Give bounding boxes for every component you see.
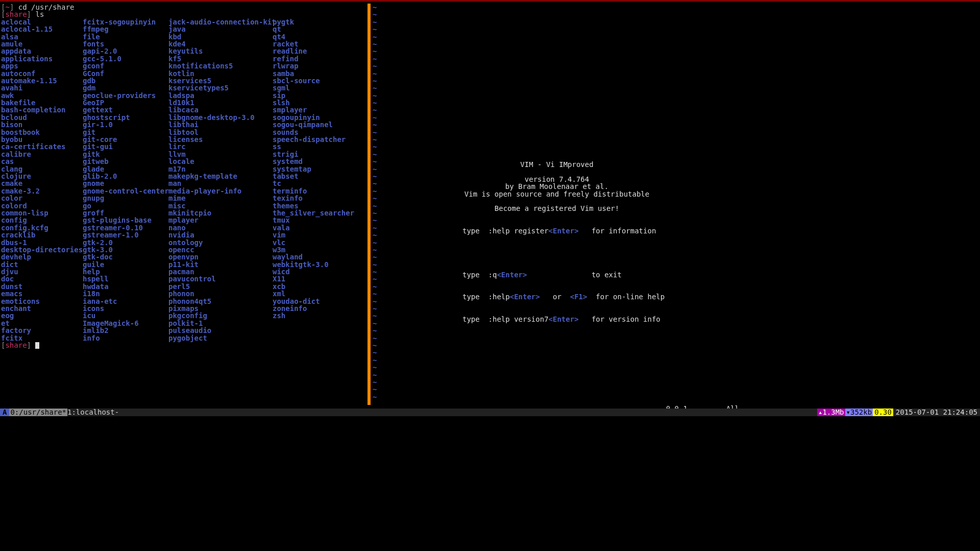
ls-entry: ontology bbox=[168, 239, 273, 246]
ls-entry: iana-etc bbox=[83, 298, 168, 305]
ls-row: avahigdmkservicetypes5sgml bbox=[1, 84, 368, 91]
ls-entry: info bbox=[83, 334, 168, 342]
ls-entry: fonts bbox=[83, 40, 168, 47]
ls-entry: vlc bbox=[273, 239, 359, 246]
ls-entry: youdao-dict bbox=[273, 298, 359, 305]
ls-entry: ladspa bbox=[168, 92, 273, 99]
ls-row: automake-1.15gdbkservices5sbcl-source bbox=[1, 77, 368, 84]
ls-entry: kotlin bbox=[168, 70, 273, 77]
ls-entry bbox=[273, 327, 359, 334]
ls-entry: keyutils bbox=[168, 47, 273, 55]
ls-entry: sbcl-source bbox=[273, 77, 359, 84]
ls-entry: guile bbox=[83, 261, 168, 268]
ls-entry: xcb bbox=[273, 283, 359, 290]
vim-tilde: ~ bbox=[373, 342, 377, 349]
ls-entry: qt4 bbox=[273, 33, 359, 40]
vim-register: Become a registered Vim user! bbox=[371, 205, 743, 212]
vim-tilde: ~ bbox=[373, 121, 377, 128]
ls-row: colorgnupgmimetexinfo bbox=[1, 195, 368, 202]
ls-entry: kservices5 bbox=[168, 77, 273, 84]
session-name[interactable]: A bbox=[0, 409, 9, 416]
vim-tilde: ~ bbox=[373, 40, 377, 47]
ls-entry: w3m bbox=[273, 246, 359, 253]
ls-entry: gir-1.0 bbox=[83, 121, 168, 128]
ls-entry: pygtk bbox=[273, 18, 359, 26]
ls-row: autoconfGConfkotlinsamba bbox=[1, 70, 368, 77]
ls-entry: pixmaps bbox=[168, 305, 273, 312]
ls-row: enchanticonspixmapszoneinfo bbox=[1, 305, 368, 312]
ls-entry: rlwrap bbox=[273, 62, 359, 69]
ls-entry: kf5 bbox=[168, 55, 273, 62]
ls-entry: gcc-5.1.0 bbox=[83, 55, 168, 62]
ls-entry: fcitx-sogoupinyin bbox=[83, 18, 168, 26]
tmux-statusbar[interactable]: A 0:/usr/share* 1:localhost- ▴1.3Mb ▾352… bbox=[0, 409, 980, 416]
ls-entry: texinfo bbox=[273, 195, 359, 202]
ls-entry: fcitx bbox=[1, 334, 83, 342]
prompt-line-3[interactable]: [share] bbox=[1, 342, 368, 349]
ls-entry: sgml bbox=[273, 84, 359, 91]
ls-row: ca-certificatesgit-guilircss bbox=[1, 143, 368, 150]
ls-entry: webkitgtk-3.0 bbox=[273, 261, 359, 268]
vim-tilde: ~ bbox=[373, 253, 377, 260]
ls-entry: p11-kit bbox=[168, 261, 273, 268]
ls-entry: mplayer bbox=[168, 217, 273, 224]
ls-entry: wayland bbox=[273, 253, 359, 260]
ls-entry: openvpn bbox=[168, 253, 273, 260]
vim-tilde: ~ bbox=[373, 327, 377, 334]
ls-entry: dbus-1 bbox=[1, 239, 83, 246]
window-1[interactable]: 1:localhost- bbox=[67, 409, 119, 416]
ls-entry: locale bbox=[168, 158, 273, 165]
clock: 2015-07-01 21:24:05 bbox=[893, 409, 980, 416]
ls-row: desktop-directoriesgtk-3.0openccw3m bbox=[1, 246, 368, 253]
vim-tilde: ~ bbox=[373, 349, 377, 356]
vim-license: Vim is open source and freely distributa… bbox=[371, 190, 743, 198]
ls-row: casgitweblocalesystemd bbox=[1, 158, 368, 165]
ls-row: cmakegnomemantc bbox=[1, 180, 368, 187]
ls-row: byobugit-corelicensesspeech-dispatcher bbox=[1, 136, 368, 143]
window-0[interactable]: 0:/usr/share* bbox=[9, 409, 67, 416]
vim-tilde: ~ bbox=[373, 371, 377, 378]
ls-entry: pulseaudio bbox=[168, 327, 273, 334]
ls-entry: calibre bbox=[1, 151, 83, 158]
vim-title: VIM - Vi IMproved bbox=[371, 161, 743, 168]
ls-row: common-lispgroffmkinitcpiothe_silver_sea… bbox=[1, 209, 368, 217]
ls-entry: lirc bbox=[168, 143, 273, 150]
ls-entry: sounds bbox=[273, 129, 359, 136]
ls-entry: byobu bbox=[1, 136, 83, 143]
vim-tilde: ~ bbox=[373, 33, 377, 40]
ls-entry: pacman bbox=[168, 268, 273, 275]
ls-entry: xml bbox=[273, 290, 359, 297]
ls-entry: phonon4qt5 bbox=[168, 298, 273, 305]
vim-tilde: ~ bbox=[373, 18, 377, 26]
vim-splash: VIM - Vi IMproved version 7.4.764 by Bra… bbox=[371, 161, 743, 212]
ls-entry: gnome bbox=[83, 180, 168, 187]
ls-entry: licenses bbox=[168, 136, 273, 143]
ls-entry: misc bbox=[168, 202, 273, 209]
ls-entry: cas bbox=[1, 158, 83, 165]
prompt-line-2: [share] ls bbox=[1, 11, 368, 18]
ls-entry: dict bbox=[1, 261, 83, 268]
ls-entry: cmake-3.2 bbox=[1, 187, 83, 195]
vim-tilde: ~ bbox=[373, 84, 377, 91]
ls-entry: systemtap bbox=[273, 165, 359, 173]
ls-entry: cracklib bbox=[1, 231, 83, 238]
ls-entry: ImageMagick-6 bbox=[83, 320, 168, 327]
ls-entry: config.kcfg bbox=[1, 224, 83, 231]
ls-entry: kservicetypes5 bbox=[168, 84, 273, 91]
ls-entry: enchant bbox=[1, 305, 83, 312]
vim-tilde: ~ bbox=[373, 11, 377, 18]
ls-entry: devhelp bbox=[1, 253, 83, 260]
ls-entry: appdata bbox=[1, 47, 83, 55]
ls-entry: groff bbox=[83, 209, 168, 217]
ls-entry: alsa bbox=[1, 33, 83, 40]
ls-row: cmake-3.2gnome-control-centermedia-playe… bbox=[1, 187, 368, 195]
ls-entry: git-gui bbox=[83, 143, 168, 150]
ls-entry: bakefile bbox=[1, 99, 83, 106]
vim-tilde: ~ bbox=[373, 55, 377, 62]
cursor-block bbox=[35, 342, 39, 349]
shell-pane[interactable]: [~] cd /usr/share [share] ls aclocalfcit… bbox=[1, 4, 368, 407]
vim-pane[interactable]: ~~~~~~~~~~~~~~~~~~~~~~~~~~~~~~~~~~~~~~~~… bbox=[371, 4, 743, 405]
ls-entry: awk bbox=[1, 92, 83, 99]
ls-entry: gnome-control-center bbox=[83, 187, 168, 195]
ls-entry: opencc bbox=[168, 246, 273, 253]
